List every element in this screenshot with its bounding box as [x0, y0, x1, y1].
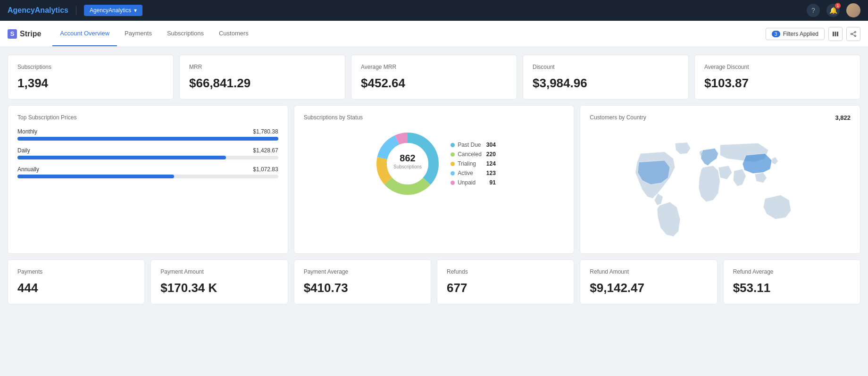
bar-track-annually: [17, 175, 278, 178]
sub-nav-right: 3 Filters Applied: [766, 27, 861, 41]
legend-dot-canceled: [451, 152, 455, 157]
columns-icon-button[interactable]: [828, 27, 843, 41]
customers-by-country-title: Customers by Country: [590, 114, 851, 121]
legend-unpaid: Unpaid 91: [451, 179, 496, 186]
stat-card-payment-average: Payment Average $410.73: [294, 259, 431, 304]
legend-label-canceled: Canceled: [458, 151, 482, 158]
svg-point-4: [851, 33, 852, 34]
legend-label-trialing: Trialing: [458, 160, 482, 167]
donut-hole: [387, 143, 428, 184]
stat-value-payment-amount: $170.34 K: [160, 281, 278, 295]
bottom-cards-row: Payments 444 Payment Amount $170.34 K Pa…: [8, 259, 860, 304]
top-navigation: AgencyAnalytics AgencyAnalytics ▾ ? 🔔 1: [0, 0, 868, 21]
svg-line-7: [852, 34, 854, 35]
user-avatar[interactable]: [846, 3, 860, 17]
legend-val-canceled: 220: [484, 151, 496, 158]
world-map-svg: [590, 140, 851, 243]
stat-value-refund-average: $53.11: [733, 281, 851, 295]
legend-dot-trialing: [451, 162, 455, 166]
nav-tabs: Account Overview Payments Subscriptions …: [52, 21, 256, 46]
donut-svg: 862 Subscriptions: [372, 128, 443, 199]
brand-logo: AgencyAnalytics: [8, 6, 68, 15]
filter-count-badge: 3: [772, 31, 780, 37]
stat-card-payments: Payments 444: [8, 259, 145, 304]
svg-rect-0: [833, 32, 834, 36]
subscriptions-by-status-title: Subscriptions by Status: [304, 114, 565, 121]
stat-label-subscriptions: Subscriptions: [17, 64, 164, 70]
bar-fill-daily: [17, 156, 226, 159]
brand-prefix: Agency: [8, 6, 35, 14]
bar-item-annually: Annually $1,072.83: [17, 166, 278, 178]
bar-label-daily: Daily: [17, 147, 30, 154]
donut-center-label: Subscriptions: [393, 164, 422, 169]
top-subscription-prices-card: Top Subscription Prices Monthly $1,780.3…: [8, 105, 288, 254]
legend-val-trialing: 124: [484, 160, 496, 167]
legend-dot-past-due: [451, 143, 455, 147]
tab-subscriptions[interactable]: Subscriptions: [159, 21, 211, 46]
stat-card-discount: Discount $3,984.96: [523, 55, 689, 100]
donut-legend: Past Due 304 Canceled 220 Trialing 124: [451, 142, 496, 186]
stat-card-refund-amount: Refund Amount $9,142.47: [580, 259, 717, 304]
top-subscription-title: Top Subscription Prices: [17, 114, 278, 121]
filters-applied-button[interactable]: 3 Filters Applied: [766, 28, 825, 40]
notifications-icon-button[interactable]: 🔔 1: [826, 4, 840, 17]
svg-point-5: [855, 35, 856, 36]
share-icon-button[interactable]: [846, 27, 860, 41]
stripe-s-icon: S: [8, 29, 17, 39]
legend-label-active: Active: [458, 170, 482, 176]
stat-value-refund-amount: $9,142.47: [590, 281, 707, 295]
stat-card-payment-amount: Payment Amount $170.34 K: [150, 259, 288, 304]
donut-center-number: 862: [400, 153, 415, 163]
stat-value-payment-average: $410.73: [304, 281, 421, 295]
sub-navigation: S Stripe Account Overview Payments Subsc…: [0, 21, 868, 47]
legend-val-unpaid: 91: [484, 179, 496, 186]
legend-label-past-due: Past Due: [458, 142, 482, 148]
stat-label-payment-amount: Payment Amount: [160, 268, 278, 275]
main-content: Subscriptions 1,394 MRR $66,841.29 Avera…: [0, 47, 868, 312]
bar-item-daily: Daily $1,428.67: [17, 147, 278, 159]
customers-by-country-count: 3,822: [835, 114, 851, 121]
stat-label-refunds: Refunds: [447, 268, 564, 275]
stat-card-average-discount: Average Discount $103.87: [694, 55, 860, 100]
stat-card-mrr: MRR $66,841.29: [179, 55, 345, 100]
subscriptions-by-status-card: Subscriptions by Status: [294, 105, 575, 254]
legend-val-past-due: 304: [484, 142, 496, 148]
bar-label-annually: Annually: [17, 166, 39, 173]
stat-value-payments: 444: [17, 281, 135, 295]
brand-suffix: Analytics: [35, 6, 68, 14]
top-nav-left: AgencyAnalytics AgencyAnalytics ▾: [8, 5, 142, 16]
svg-point-3: [855, 31, 856, 33]
stat-value-subscriptions: 1,394: [17, 76, 164, 91]
bar-fill-annually: [17, 175, 174, 178]
stat-value-discount: $3,984.96: [533, 76, 679, 91]
tab-account-overview[interactable]: Account Overview: [52, 21, 117, 46]
stat-label-payment-average: Payment Average: [304, 268, 421, 275]
legend-trialing: Trialing 124: [451, 160, 496, 167]
tab-payments[interactable]: Payments: [117, 21, 159, 46]
sub-nav-left: S Stripe Account Overview Payments Subsc…: [8, 21, 256, 46]
chevron-down-icon: ▾: [134, 7, 137, 14]
stat-cards-row: Subscriptions 1,394 MRR $66,841.29 Avera…: [8, 55, 860, 100]
stat-value-refunds: 677: [447, 281, 564, 295]
bar-track-monthly: [17, 137, 278, 141]
help-icon-button[interactable]: ?: [807, 4, 820, 17]
bar-label-monthly: Monthly: [17, 128, 37, 135]
bar-fill-monthly: [17, 137, 278, 141]
bar-header-daily: Daily $1,428.67: [17, 147, 278, 154]
top-nav-right: ? 🔔 1: [807, 3, 860, 17]
svg-rect-1: [835, 32, 836, 36]
stat-label-average-mrr: Average MRR: [361, 64, 507, 70]
agency-dropdown-button[interactable]: AgencyAnalytics ▾: [84, 5, 142, 16]
tab-customers[interactable]: Customers: [211, 21, 256, 46]
filter-label: Filters Applied: [783, 31, 818, 37]
middle-row: Top Subscription Prices Monthly $1,780.3…: [8, 105, 860, 254]
stat-label-refund-average: Refund Average: [733, 268, 851, 275]
bar-value-daily: $1,428.67: [253, 147, 278, 154]
legend-canceled: Canceled 220: [451, 151, 496, 158]
bar-item-monthly: Monthly $1,780.38: [17, 128, 278, 141]
stat-card-refunds: Refunds 677: [437, 259, 574, 304]
bar-chart: Monthly $1,780.38 Daily $1,428.67: [17, 128, 278, 178]
stat-card-refund-average: Refund Average $53.11: [723, 259, 860, 304]
share-icon: [850, 31, 857, 37]
stat-card-subscriptions: Subscriptions 1,394: [8, 55, 174, 100]
